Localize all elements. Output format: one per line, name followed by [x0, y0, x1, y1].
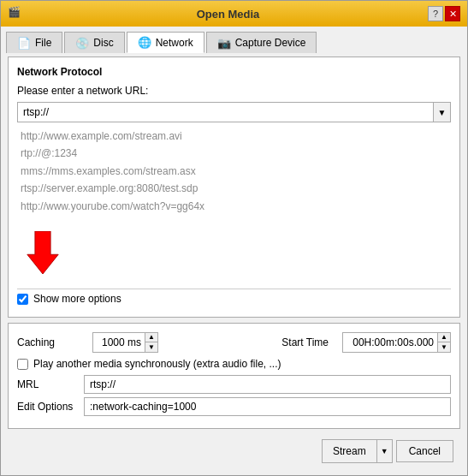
- show-more-label[interactable]: Show more options: [33, 293, 121, 305]
- caching-row: Caching ▲ ▼ Start Time ▲ ▼: [17, 332, 451, 353]
- play-sync-label[interactable]: Play another media synchronously (extra …: [33, 358, 281, 370]
- network-protocol-panel: Network Protocol Please enter a network …: [8, 57, 460, 318]
- open-media-window: 🎬 Open Media ? ✕ 📄 File 💿 Disc 🌐 Network…: [0, 0, 468, 476]
- help-button[interactable]: ?: [428, 6, 443, 21]
- edit-options-input[interactable]: [84, 397, 451, 416]
- caching-label: Caching: [17, 336, 86, 348]
- stream-dropdown-arrow[interactable]: ▼: [376, 440, 392, 462]
- tab-network-label: Network: [156, 37, 193, 49]
- file-icon: 📄: [17, 37, 31, 50]
- start-time-up[interactable]: ▲: [438, 333, 450, 342]
- url-combo: ▼: [17, 102, 451, 122]
- caching-arrows: ▲ ▼: [145, 333, 157, 352]
- vlc-icon: 🎬: [8, 6, 23, 21]
- show-more-row: Show more options: [17, 289, 451, 308]
- example-2: rtp://@:1234: [21, 145, 447, 162]
- tab-network[interactable]: 🌐 Network: [127, 32, 204, 53]
- url-examples: http://www.example.com/stream.avi rtp://…: [17, 122, 451, 220]
- caching-input[interactable]: [93, 333, 145, 352]
- tab-disc[interactable]: 💿 Disc: [64, 32, 124, 53]
- disc-icon: 💿: [75, 37, 89, 50]
- title-bar: 🎬 Open Media ? ✕: [1, 1, 467, 27]
- mrl-label: MRL: [17, 378, 77, 390]
- title-controls: ? ✕: [428, 6, 460, 21]
- down-arrow: [26, 231, 60, 277]
- spacer: [17, 220, 451, 285]
- tab-disc-label: Disc: [93, 37, 113, 49]
- tab-capture-label: Capture Device: [235, 37, 306, 49]
- tab-bar: 📄 File 💿 Disc 🌐 Network 📷 Capture Device: [1, 27, 467, 53]
- window-title: Open Media: [28, 8, 428, 21]
- cancel-button[interactable]: Cancel: [396, 440, 453, 462]
- tab-file-label: File: [35, 37, 51, 49]
- url-input[interactable]: [18, 103, 433, 122]
- panel-title: Network Protocol: [17, 66, 451, 78]
- example-5: http://www.yourube.com/watch?v=gg64x: [21, 198, 447, 215]
- play-sync-checkbox[interactable]: [17, 359, 28, 370]
- stream-button-group: Stream ▼: [322, 439, 393, 463]
- caching-spinner: ▲ ▼: [92, 332, 158, 353]
- network-icon: 🌐: [138, 36, 151, 49]
- mrl-row: MRL: [17, 375, 451, 394]
- start-time-spinner: ▲ ▼: [342, 332, 451, 353]
- bottom-bar: Stream ▼ Cancel: [8, 434, 460, 468]
- content-area: Network Protocol Please enter a network …: [1, 53, 467, 475]
- edit-options-row: Edit Options: [17, 397, 451, 416]
- mrl-input[interactable]: [84, 375, 451, 394]
- stream-button[interactable]: Stream: [323, 440, 376, 462]
- url-label: Please enter a network URL:: [17, 85, 451, 97]
- example-4: rtsp://server.example.org:8080/test.sdp: [21, 180, 447, 197]
- tab-file[interactable]: 📄 File: [6, 32, 62, 53]
- tab-capture[interactable]: 📷 Capture Device: [206, 32, 317, 53]
- start-time-arrows: ▲ ▼: [437, 333, 450, 352]
- capture-icon: 📷: [217, 37, 231, 50]
- start-time-down[interactable]: ▼: [438, 342, 450, 352]
- close-button[interactable]: ✕: [445, 6, 460, 21]
- start-time-input[interactable]: [343, 333, 437, 352]
- example-1: http://www.example.com/stream.avi: [21, 128, 447, 145]
- svg-marker-0: [27, 231, 58, 274]
- url-dropdown-arrow[interactable]: ▼: [433, 103, 450, 122]
- caching-up[interactable]: ▲: [145, 333, 157, 342]
- example-3: mms://mms.examples.com/stream.asx: [21, 163, 447, 180]
- show-more-checkbox[interactable]: [17, 294, 28, 305]
- play-sync-row: Play another media synchronously (extra …: [17, 358, 451, 370]
- edit-options-label: Edit Options: [17, 401, 77, 413]
- options-panel: Caching ▲ ▼ Start Time ▲ ▼: [8, 323, 460, 429]
- start-time-label: Start Time: [281, 336, 329, 348]
- caching-down[interactable]: ▼: [145, 342, 157, 352]
